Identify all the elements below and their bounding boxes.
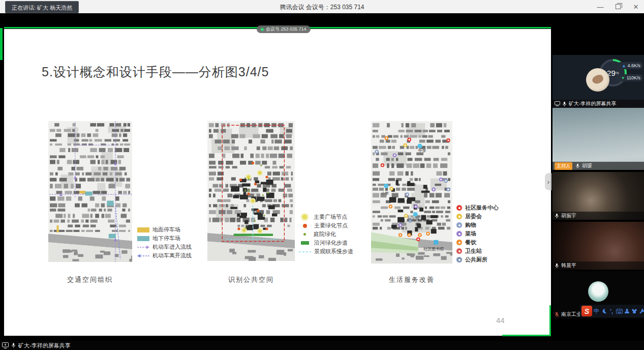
legend-public-space: 主要广场节点 主要绿化节点 庭院绿化 沿河绿化步道 景观联系慢步道 bbox=[299, 213, 353, 256]
meeting-live-dot bbox=[261, 28, 264, 31]
map-services-wrap: 中学 小学 幼儿园 社区图书馆 bbox=[371, 121, 452, 264]
mic-icon bbox=[555, 213, 559, 219]
share-border-right bbox=[549, 305, 551, 336]
mic-icon bbox=[562, 101, 567, 107]
mic-muted-icon bbox=[555, 312, 559, 317]
meeting-id-badge: 会议号 253 035 714 bbox=[257, 25, 311, 33]
video-tile-participant[interactable]: 胡振宇 bbox=[553, 172, 644, 220]
legend-item: 居委会 bbox=[456, 212, 499, 221]
legend-item: 沿河绿化步道 bbox=[299, 239, 353, 247]
restore-button[interactable] bbox=[616, 4, 621, 9]
window-title: 腾讯会议 会议号：253 035 714 bbox=[0, 3, 644, 12]
ime-skin-icon[interactable] bbox=[631, 307, 638, 316]
swatch-shopping bbox=[456, 222, 462, 228]
swatch-underground-parking bbox=[137, 236, 149, 241]
minimize-button[interactable]: — bbox=[596, 3, 604, 11]
ime-fullhalf-moon-icon[interactable] bbox=[600, 307, 607, 316]
legend-item: 主要广场节点 bbox=[299, 213, 353, 221]
legend-item: 机动车离开流线 bbox=[137, 251, 192, 260]
participant-label: 韩晨平 bbox=[553, 261, 644, 270]
close-button[interactable]: ✕ bbox=[632, 3, 640, 11]
participant-name: 矿大-李祥的屏幕共享 bbox=[569, 100, 616, 107]
window-titlebar: 腾讯会议 会议号：253 035 714 — ✕ bbox=[0, 0, 644, 13]
swatch-market bbox=[456, 231, 462, 237]
legend-services: 社区服务中心 居委会 购物 菜场 餐饮 卫生站 bbox=[456, 203, 499, 264]
ime-lang-button[interactable]: 中 bbox=[593, 307, 600, 316]
download-arrow-icon: ▼ bbox=[621, 76, 625, 80]
swatch-courtyard-green bbox=[303, 233, 306, 236]
avatar bbox=[588, 281, 608, 302]
mic-icon bbox=[11, 342, 16, 348]
swatch-dining bbox=[456, 240, 462, 245]
map-traffic-organization bbox=[48, 121, 132, 262]
legend-item: 景观联系慢步道 bbox=[299, 247, 353, 256]
meeting-id-label: 会议号 253 035 714 bbox=[266, 26, 306, 33]
participant-name: 胡振宇 bbox=[561, 212, 576, 219]
swatch-community-center bbox=[456, 205, 462, 211]
swatch-surface-parking bbox=[137, 227, 149, 232]
caption-services: 生活服务改善 bbox=[369, 275, 455, 284]
mic-icon bbox=[575, 163, 580, 169]
share-border-bottom bbox=[502, 335, 551, 336]
map-label-kindergarten: 幼儿园 bbox=[407, 217, 419, 222]
legend-item: 购物 bbox=[456, 221, 499, 229]
participant-label: 胡振宇 bbox=[553, 212, 644, 220]
ime-punctuation-icon[interactable]: ’, bbox=[608, 307, 615, 316]
map-label-primary-school: 小学 bbox=[381, 191, 389, 196]
swatch-inflow-line bbox=[137, 245, 149, 250]
participant-label: 主持人 胡瑷 bbox=[553, 162, 644, 170]
avatar bbox=[586, 68, 609, 92]
participant-name: 胡瑷 bbox=[582, 162, 592, 169]
sidebar-collapse-handle[interactable]: › bbox=[545, 173, 552, 190]
sharing-status-label: 矿大-李祥的屏幕共享 bbox=[18, 342, 71, 349]
legend-item: 餐饮 bbox=[456, 238, 499, 247]
video-tile-participant[interactable]: 韩晨平 bbox=[553, 222, 644, 270]
sogou-logo[interactable]: S bbox=[581, 306, 592, 316]
swatch-riverside-walk bbox=[301, 241, 309, 245]
legend-item: 主要绿化节点 bbox=[299, 221, 353, 230]
legend-item: 社区服务中心 bbox=[456, 203, 499, 212]
participant-label: 矿大-李祥的屏幕共享 bbox=[553, 100, 644, 108]
caption-public-space: 识别公共空间 bbox=[208, 275, 294, 284]
swatch-health-station bbox=[456, 248, 462, 254]
participant-name: 韩晨平 bbox=[561, 262, 576, 269]
swatch-outflow-line bbox=[137, 253, 149, 258]
download-speed: 110K/s bbox=[627, 75, 640, 80]
legend-item: 菜场 bbox=[456, 229, 499, 238]
share-border-left bbox=[0, 28, 3, 60]
screen-share-icon bbox=[555, 101, 560, 106]
swatch-green-node bbox=[303, 224, 307, 228]
swatch-plaza-node bbox=[302, 215, 307, 219]
mic-icon bbox=[555, 263, 559, 269]
legend-item: 庭院绿化 bbox=[299, 230, 353, 239]
slide-title: 5.设计概念和设计手段——分析图3/4/5 bbox=[42, 64, 269, 80]
swatch-landscape-path bbox=[299, 250, 311, 254]
swatch-residents-committee bbox=[456, 214, 462, 219]
upload-speed: 4.6K/s bbox=[627, 63, 640, 68]
caption-traffic: 交通空间组织 bbox=[47, 275, 133, 284]
legend-item: 地面停车场 bbox=[137, 225, 192, 234]
map-public-space bbox=[207, 121, 295, 261]
upload-arrow-icon: ▲ bbox=[622, 64, 626, 68]
video-tile-sharer[interactable]: 29% ▲ 4.6K/s ▼ 110K/s 矿大-李祥的屏幕共享 bbox=[553, 55, 644, 108]
map-label-middle-school: 中学 bbox=[418, 148, 426, 154]
bottom-status-bar: 矿大-李祥的屏幕共享 bbox=[0, 341, 644, 350]
legend-item: 地下停车场 bbox=[137, 234, 192, 243]
speaking-indicator: 正在讲话: 矿大 杨天浩然 bbox=[5, 1, 79, 13]
download-speed-badge: ▼ 110K/s bbox=[617, 74, 643, 81]
slide-page-number: 44 bbox=[496, 316, 505, 325]
ime-toolbox-icon[interactable] bbox=[638, 307, 644, 316]
participants-sidebar: 29% ▲ 4.6K/s ▼ 110K/s 矿大-李祥的屏幕共享 主持人 胡瑷 bbox=[553, 13, 644, 350]
meeting-window: 腾讯会议 会议号：253 035 714 — ✕ 正在讲话: 矿大 杨天浩然 会… bbox=[0, 0, 644, 350]
ime-user-icon[interactable] bbox=[623, 307, 630, 316]
upload-speed-badge: ▲ 4.6K/s bbox=[617, 62, 643, 69]
legend-traffic: 地面停车场 地下停车场 机动车进入流线 机动车离开流线 bbox=[137, 225, 192, 260]
screen-share-icon bbox=[2, 342, 9, 348]
ime-keyboard-icon[interactable] bbox=[616, 307, 623, 316]
map-label-community-library: 社区图书馆 bbox=[423, 246, 444, 252]
legend-item: 机动车进入流线 bbox=[137, 243, 192, 251]
presentation-slide: 5.设计概念和设计手段——分析图3/4/5 中学 小学 幼儿园 社区图书馆 地面… bbox=[4, 29, 551, 336]
legend-item: 公共厕所 bbox=[456, 255, 499, 264]
video-tile-host[interactable]: 主持人 胡瑷 bbox=[553, 108, 644, 170]
legend-item: 卫生站 bbox=[456, 247, 499, 255]
